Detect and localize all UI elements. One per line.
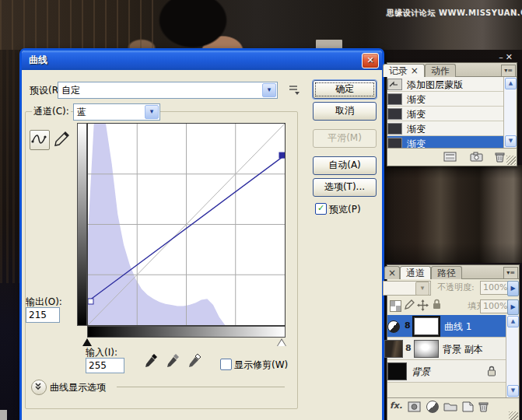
cancel-button[interactable]: 取消: [313, 102, 377, 121]
layers-list: 8 曲线 1 8 背景 副本 背景: [387, 315, 506, 383]
new-snapshot-button[interactable]: [470, 152, 483, 162]
pencil-icon: [53, 131, 70, 148]
channel-dropdown[interactable]: 蓝 ▾: [73, 103, 160, 121]
add-layer-mask-button[interactable]: [408, 401, 421, 412]
history-item[interactable]: 渐变: [387, 121, 503, 136]
delete-layer-button[interactable]: [478, 401, 489, 412]
auto-button[interactable]: 自动(A): [313, 156, 377, 175]
history-tab-bar: 记录 × 动作 ▾≡: [387, 63, 517, 77]
tab-layers-partial[interactable]: ×: [384, 266, 400, 279]
right-arrow-icon: ▶: [510, 285, 515, 292]
scroll-up-button[interactable]: ▲: [505, 78, 517, 89]
preview-checkbox[interactable]: ✓: [315, 203, 327, 215]
layer-thumbnail[interactable]: [384, 340, 403, 358]
close-icon[interactable]: ✕: [506, 52, 515, 62]
tab-actions[interactable]: 动作: [425, 64, 456, 77]
palette-menu-button[interactable]: ▾≡: [503, 267, 518, 279]
photo-planks-texture: [0, 0, 163, 50]
photo-planks-texture-left: [0, 50, 19, 283]
white-point-eyedropper-button[interactable]: [187, 352, 204, 368]
menu-icon: ▾≡: [506, 269, 515, 276]
show-clipping-checkbox[interactable]: [220, 359, 232, 370]
new-layer-button[interactable]: [462, 401, 474, 412]
minimize-icon[interactable]: –: [499, 52, 506, 62]
history-item[interactable]: 渐变: [387, 92, 503, 107]
smooth-button: 平滑(M): [313, 129, 377, 148]
layer-mask-thumbnail[interactable]: [414, 317, 439, 335]
pencil-tool-button[interactable]: [53, 131, 70, 148]
scroll-up-icon: ▲: [509, 80, 513, 86]
dialog-titlebar[interactable]: 曲线 ✕: [22, 51, 382, 70]
layer-row-background-copy[interactable]: 8 背景 副本: [387, 338, 506, 360]
new-group-button[interactable]: [443, 401, 457, 411]
scroll-up-icon: ▲: [511, 318, 515, 324]
history-state-thumbnail: [387, 93, 402, 105]
eyedropper-gray-icon: [165, 352, 182, 368]
palette-window-controls[interactable]: –✕: [499, 52, 515, 62]
delete-state-button[interactable]: [495, 152, 505, 163]
black-point-slider[interactable]: [82, 338, 92, 346]
channel-value: 蓝: [74, 106, 144, 119]
ok-button[interactable]: 确定: [313, 80, 377, 99]
eyedropper-white-icon: [187, 352, 204, 368]
layers-scrollbar[interactable]: ▲ ▼: [506, 315, 518, 397]
layer-name: 曲线 1: [444, 320, 471, 334]
layer-row-background[interactable]: 背景: [387, 360, 506, 383]
gray-point-eyedropper-button[interactable]: [165, 352, 182, 368]
history-item[interactable]: 渐变: [387, 107, 503, 121]
ok-button-label: 确定: [335, 83, 354, 94]
auto-button-label: 自动(A): [328, 159, 361, 170]
history-item-label: 渐变: [407, 108, 426, 121]
right-arrow-icon: ▶: [510, 303, 515, 310]
display-options-expander-button[interactable]: [31, 380, 47, 395]
new-adjustment-layer-button[interactable]: [426, 401, 439, 413]
chevron-down-icon[interactable]: ▾: [145, 105, 159, 119]
scroll-down-button[interactable]: ▼: [507, 385, 519, 397]
watermark-text: 思缘设计论坛 WWW.MISSYUAN.COM: [387, 8, 520, 19]
palette-resize-grip[interactable]: [506, 156, 516, 165]
adjustment-layer-icon: [387, 320, 400, 333]
layer-row-curves1[interactable]: 8 曲线 1: [387, 315, 506, 338]
blend-mode-dropdown[interactable]: ▾: [383, 281, 431, 296]
layer-thumbnail[interactable]: [387, 362, 407, 380]
output-gradient-bar: [77, 123, 87, 326]
link-mask-icon: 8: [405, 320, 411, 331]
black-point-eyedropper-button[interactable]: [143, 352, 160, 368]
history-scrollbar[interactable]: ▲ ▼: [503, 77, 516, 148]
layer-mask-thumbnail[interactable]: [414, 340, 439, 358]
palette-resize-grip[interactable]: [509, 411, 518, 420]
palette-menu-button[interactable]: ▾≡: [501, 65, 516, 77]
lock-all-icon[interactable]: [432, 299, 442, 310]
tab-history[interactable]: 记录 ×: [383, 64, 425, 77]
lock-paint-icon[interactable]: [404, 299, 415, 311]
preset-dropdown[interactable]: 自定 ▾: [58, 82, 278, 99]
curve-graph[interactable]: [88, 124, 285, 325]
fill-field[interactable]: 100%: [480, 299, 510, 313]
opacity-field[interactable]: 100%: [480, 281, 510, 295]
scroll-up-button[interactable]: ▲: [507, 316, 519, 327]
layer-style-button[interactable]: fx.: [390, 401, 402, 411]
curve-point-tool-button[interactable]: [30, 130, 50, 150]
new-document-from-state-button[interactable]: [443, 152, 457, 162]
tab-paths[interactable]: 路径: [431, 266, 462, 279]
close-button[interactable]: ✕: [362, 53, 379, 68]
opacity-arrow-button[interactable]: ▶: [507, 281, 519, 296]
history-item[interactable]: 添加图层蒙版: [387, 77, 503, 92]
curve-plot[interactable]: [87, 123, 286, 326]
double-chevron-down-icon: [32, 380, 44, 393]
options-button[interactable]: 选项(T)...: [313, 178, 377, 197]
lock-position-icon[interactable]: [417, 299, 429, 311]
lock-transparency-icon[interactable]: [390, 300, 401, 312]
chevron-down-icon: ▾: [415, 282, 429, 296]
chevron-down-icon[interactable]: ▾: [262, 83, 276, 97]
fill-arrow-button[interactable]: ▶: [507, 299, 519, 315]
history-state-icon: [387, 79, 402, 90]
tab-channels[interactable]: 通道: [400, 266, 431, 279]
tab-channels-label: 通道: [406, 268, 425, 278]
input-field[interactable]: 255: [86, 358, 124, 373]
list-menu-icon: [287, 82, 301, 96]
scroll-down-button[interactable]: ▼: [505, 135, 517, 147]
preset-options-button[interactable]: [287, 82, 301, 96]
output-field[interactable]: 215: [26, 307, 60, 323]
separator-line: [117, 387, 285, 387]
